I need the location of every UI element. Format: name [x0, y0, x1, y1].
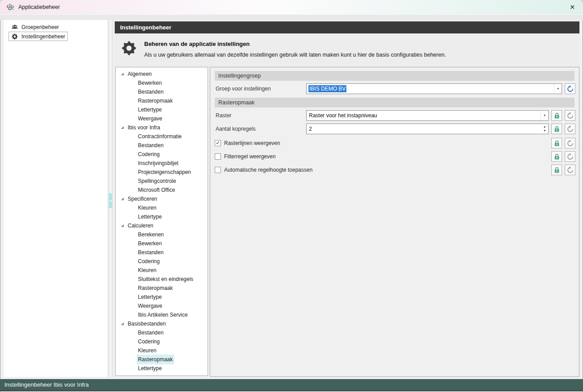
raster-value: Raster voor het instapniveau: [308, 112, 378, 119]
tree-node-basisbestanden-codering[interactable]: Codering: [116, 337, 208, 346]
tree-node-ibis-voor-infra-spellingcontrole[interactable]: Spellingcontrole: [116, 177, 208, 186]
undo-button-filterregel-weergeven[interactable]: [565, 151, 575, 162]
tree-node-ibis-voor-infra-microsoft-office[interactable]: Microsoft Office: [116, 186, 208, 194]
checkbox-automatische-regelhoogte-toepassen[interactable]: [215, 167, 221, 173]
people-icon: [11, 24, 18, 31]
undo-icon: [566, 112, 574, 120]
app-logo-icon: [7, 3, 15, 11]
tree-node-basisbestanden-bestanden[interactable]: Bestanden: [116, 328, 208, 337]
lock-icon: [553, 153, 561, 161]
tree-node-label: Rasteropmaak: [137, 355, 174, 364]
tree-node-algemeen-bestanden[interactable]: Bestanden: [116, 87, 208, 96]
lock-button-automatische-regelhoogte-toepassen[interactable]: [551, 165, 562, 175]
chevron-down-icon[interactable]: ▼: [554, 84, 562, 94]
app-window: Applicatiebeheer ✕ Groepenbeheer Instell…: [0, 0, 583, 392]
title-bar[interactable]: Applicatiebeheer ✕: [0, 0, 583, 14]
module-header: Instellingenbeheer: [115, 21, 579, 33]
raster-lock-button[interactable]: [551, 110, 562, 121]
tree-node-ibis-voor-infra-contractinformatie[interactable]: Contractinformatie: [116, 132, 208, 141]
tree-node-label: Calculeren: [126, 221, 154, 231]
group-undo-button[interactable]: [565, 83, 575, 94]
tree-node-label: Bewerken: [137, 78, 163, 88]
tree-node-label: Weergave: [137, 301, 163, 311]
raster-row: Raster Raster voor het instapniveau ▼: [210, 110, 579, 121]
window-title: Applicatiebeheer: [18, 4, 60, 10]
raster-combobox[interactable]: Raster voor het instapniveau ▼: [306, 110, 549, 121]
tree-node-calculeren-bestanden[interactable]: Bestanden: [116, 248, 208, 257]
tree-node-calculeren-bewerken[interactable]: Bewerken: [116, 239, 208, 248]
tree-node-basisbestanden[interactable]: ◢Basisbestanden: [116, 319, 208, 328]
close-button[interactable]: ✕: [565, 1, 579, 13]
kopregels-lock-button[interactable]: [551, 124, 562, 134]
sidebar-item-instellingenbeheer[interactable]: Instellingenbeheer: [8, 32, 68, 41]
expander-icon[interactable]: ◢: [120, 221, 125, 230]
status-text: Instellingenbeheer Ibis voor Infra: [4, 381, 89, 388]
undo-icon: [566, 125, 574, 133]
group-combobox[interactable]: IBIS DEMO BV ▼: [306, 83, 562, 94]
tree-node-specificeren[interactable]: ◢Specificeren: [116, 194, 208, 203]
spin-up-icon[interactable]: ▲: [543, 125, 546, 129]
tree-node-calculeren-weergave[interactable]: Weergave: [116, 301, 208, 310]
kopregels-value: 2: [308, 126, 312, 132]
tree-node-label: Lettertype: [137, 105, 163, 115]
lock-button-filterregel-weergeven[interactable]: [551, 151, 562, 162]
lock-icon: [553, 140, 561, 147]
checkbox-label: Filterregel weergeven: [224, 151, 275, 162]
checkbox-rasterlijnen-weergeven[interactable]: ✓: [215, 140, 221, 146]
tree-node-algemeen-weergave[interactable]: Weergave: [116, 114, 208, 123]
checkbox-row-filterregel-weergeven: Filterregel weergeven: [210, 151, 579, 162]
tree-node-ibis-voor-infra-inschrijvingsbiljet[interactable]: Inschrijvingsbiljet: [116, 159, 208, 168]
tree-node-algemeen-lettertype[interactable]: Lettertype: [116, 105, 208, 114]
expander-icon[interactable]: ◢: [120, 70, 125, 78]
undo-button-rasterlijnen-weergeven[interactable]: [565, 138, 575, 149]
expander-icon[interactable]: ◢: [120, 319, 125, 328]
tree-node-calculeren[interactable]: ◢Calculeren: [116, 221, 208, 230]
splitter-collapse-handle[interactable]: ◀: [109, 193, 112, 208]
tree-node-ibis-voor-infra[interactable]: ◢Ibis voor Infra: [116, 123, 208, 132]
tree-node-calculeren-rasteropmaak[interactable]: Rasteropmaak: [116, 284, 208, 293]
tree-node-ibis-voor-infra-projecteigenschappen[interactable]: Projecteigenschappen: [116, 168, 208, 177]
undo-icon: [566, 140, 574, 147]
tree-node-calculeren-codering[interactable]: Codering: [116, 257, 208, 266]
checkbox-filterregel-weergeven[interactable]: [215, 153, 221, 160]
tree-node-label: Bestanden: [137, 87, 165, 97]
app-logo-glyph: [7, 3, 15, 11]
chevron-down-icon[interactable]: ▼: [541, 111, 548, 120]
tree-node-calculeren-kleuren[interactable]: Kleuren: [116, 266, 208, 275]
tree-node-basisbestanden-kleuren[interactable]: Kleuren: [116, 346, 208, 355]
collapse-arrow-icon: ◀: [110, 199, 112, 202]
tree-node-algemeen[interactable]: ◢Algemeen: [116, 70, 208, 78]
banner-title: Beheren van de applicatie instellingen: [144, 41, 446, 47]
lock-icon: [553, 112, 561, 120]
expander-icon[interactable]: ◢: [120, 194, 125, 203]
tree-node-label: Rasteropmaak: [137, 283, 174, 293]
tree-node-ibis-voor-infra-codering[interactable]: Codering: [116, 150, 208, 159]
info-banner: Beheren van de applicatie instellingen A…: [115, 33, 579, 67]
tree-node-specificeren-kleuren[interactable]: Kleuren: [116, 203, 208, 212]
check-icon: ✓: [216, 140, 220, 145]
tree-node-calculeren-lettertype[interactable]: Lettertype: [116, 293, 208, 301]
lock-button-rasterlijnen-weergeven[interactable]: [551, 138, 562, 149]
tree-node-label: Algemeen: [126, 69, 153, 79]
tree-node-basisbestanden-lettertype[interactable]: Lettertype: [116, 364, 208, 373]
tree-node-ibis-voor-infra-bestanden[interactable]: Bestanden: [116, 141, 208, 150]
sidebar-item-groepenbeheer[interactable]: Groepenbeheer: [8, 22, 62, 32]
kopregels-spinner[interactable]: 2 ▲ ▼: [306, 124, 549, 134]
tree-node-label: Inschrijvingsbiljet: [137, 158, 180, 168]
raster-undo-button[interactable]: [565, 110, 575, 121]
tree-node-algemeen-rasteropmaak[interactable]: Rasteropmaak: [116, 96, 208, 105]
expander-icon[interactable]: ◢: [120, 123, 125, 132]
tree-node-basisbestanden-rasteropmaak[interactable]: Rasteropmaak: [116, 355, 208, 364]
kopregels-undo-button[interactable]: [565, 124, 575, 134]
tree-node-label: Codering: [137, 256, 161, 266]
tree-node-specificeren-lettertype[interactable]: Lettertype: [116, 212, 208, 221]
tree-node-calculeren-berekenen[interactable]: Berekenen: [116, 230, 208, 239]
tree-node-calculeren-ibis-artikelen-service[interactable]: Ibis Artikelen Service: [116, 310, 208, 319]
spin-down-icon[interactable]: ▼: [543, 129, 546, 133]
panel-splitter[interactable]: ◀: [108, 20, 112, 377]
tree-node-algemeen-bewerken[interactable]: Bewerken: [116, 78, 208, 87]
undo-button-automatische-regelhoogte-toepassen[interactable]: [565, 165, 575, 175]
tree-node-label: Sluittekst en eindregels: [137, 274, 195, 284]
tree-node-label: Codering: [137, 149, 161, 159]
tree-node-calculeren-sluittekst-en-eindregels[interactable]: Sluittekst en eindregels: [116, 275, 208, 284]
